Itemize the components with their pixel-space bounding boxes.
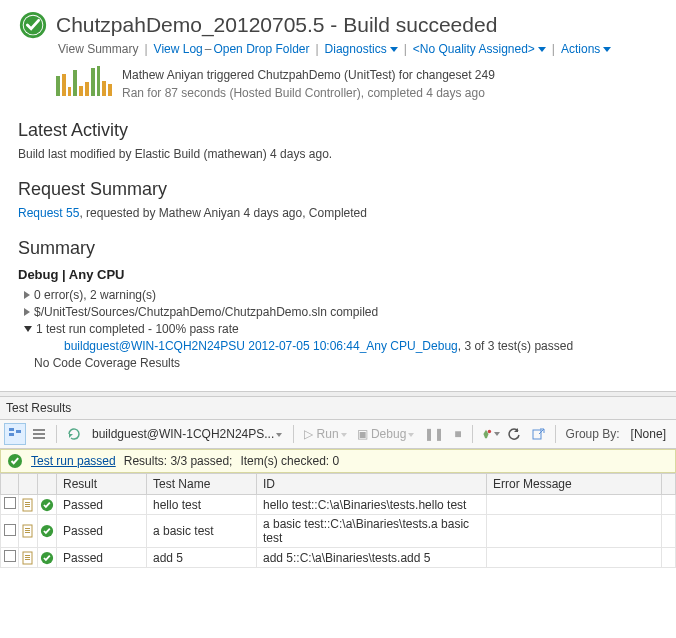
expand-icon [24, 308, 30, 316]
view-summary-text: View Summary [58, 42, 138, 56]
view-flat-button[interactable] [28, 423, 50, 445]
open-drop-folder-link[interactable]: Open Drop Folder [213, 42, 309, 56]
cell-result: Passed [57, 548, 147, 568]
row-checkbox[interactable] [4, 524, 16, 536]
status-success-icon [38, 515, 57, 548]
test-results-grid: Result Test Name ID Error Message Passed… [0, 473, 676, 568]
expand-icon [24, 291, 30, 299]
table-row[interactable]: Passedadd 5add 5::C:\a\Binaries\tests.ad… [1, 548, 676, 568]
test-results-panel-label: Test Results [0, 397, 676, 420]
group-by-selector[interactable]: [None] [626, 424, 671, 444]
col-result[interactable]: Result [57, 474, 147, 495]
status-success-icon [7, 453, 23, 469]
stop-button: ■ [450, 427, 465, 441]
svg-rect-4 [9, 433, 14, 436]
items-checked-text: Item(s) checked: 0 [240, 454, 339, 468]
svg-rect-5 [16, 430, 21, 433]
status-success-icon [38, 548, 57, 568]
row-checkbox[interactable] [4, 550, 16, 562]
request-rest-text: , requested by Mathew Aniyan 4 days ago,… [79, 206, 367, 220]
test-status-bar: Test run passed Results: 3/3 passed; Ite… [0, 449, 676, 473]
cell-id: add 5::C:\a\Binaries\tests.add 5 [257, 548, 487, 568]
diagnostics-dropdown[interactable]: Diagnostics [325, 42, 398, 56]
table-row[interactable]: Passedhello testhello test::C:\a\Binarie… [1, 495, 676, 515]
svg-rect-3 [9, 428, 14, 431]
svg-rect-23 [25, 555, 30, 556]
svg-rect-20 [25, 532, 30, 533]
test-results-toolbar: buildguest@WIN-1CQH2N24PS... ▷ Run ▣ Deb… [0, 420, 676, 449]
status-success-icon [18, 10, 48, 40]
pause-button: ❚❚ [420, 427, 448, 441]
col-error[interactable]: Error Message [487, 474, 662, 495]
debug-button: ▣ Debug [353, 427, 419, 441]
request-summary-heading: Request Summary [18, 179, 658, 200]
results-count-text: Results: 3/3 passed; [124, 454, 233, 468]
test-document-icon [19, 495, 38, 515]
svg-rect-18 [25, 528, 30, 529]
errors-row[interactable]: 0 error(s), 2 warning(s) [24, 288, 658, 302]
cell-error [487, 548, 662, 568]
cell-id: hello test::C:\a\Binaries\tests.hello te… [257, 495, 487, 515]
group-by-label: Group By: [562, 427, 624, 441]
svg-rect-19 [25, 530, 30, 531]
col-id[interactable]: ID [257, 474, 487, 495]
svg-rect-14 [25, 504, 30, 505]
compiled-row[interactable]: $/UnitTest/Sources/ChutzpahDemo/Chutzpah… [24, 305, 658, 319]
testrun-rest: , 3 of 3 test(s) passed [458, 339, 573, 353]
collapse-icon [24, 326, 32, 332]
refresh-button[interactable] [63, 423, 85, 445]
svg-rect-13 [25, 502, 30, 503]
run-button: ▷ Run [300, 427, 350, 441]
svg-rect-24 [25, 557, 30, 558]
view-log-link[interactable]: View Log [154, 42, 203, 56]
page-title: ChutzpahDemo_20120705.5 - Build succeede… [56, 13, 497, 37]
svg-rect-25 [25, 559, 30, 560]
cell-test-name: a basic test [147, 515, 257, 548]
request-link[interactable]: Request 55 [18, 206, 79, 220]
col-test-name[interactable]: Test Name [147, 474, 257, 495]
chevron-down-icon [390, 47, 398, 52]
cell-result: Passed [57, 515, 147, 548]
latest-activity-text: Build last modified by Elastic Build (ma… [18, 147, 658, 161]
quality-dropdown[interactable]: <No Quality Assigned> [413, 42, 546, 56]
coverage-row: No Code Coverage Results [34, 356, 658, 370]
svg-rect-6 [33, 429, 45, 431]
testrun-row[interactable]: 1 test run completed - 100% pass rate [24, 322, 658, 336]
build-config-text: Debug | Any CPU [18, 267, 658, 282]
cell-result: Passed [57, 495, 147, 515]
view-hierarchy-button[interactable] [4, 423, 26, 445]
row-checkbox[interactable] [4, 497, 16, 509]
svg-rect-10 [533, 430, 541, 439]
svg-point-9 [487, 430, 490, 433]
test-document-icon [19, 548, 38, 568]
svg-rect-7 [33, 433, 45, 435]
build-duration-text: Ran for 87 seconds (Hosted Build Control… [122, 84, 495, 102]
cell-error [487, 515, 662, 548]
svg-rect-8 [33, 437, 45, 439]
test-document-icon [19, 515, 38, 548]
cell-id: a basic test::C:\a\Binaries\tests.a basi… [257, 515, 487, 548]
svg-rect-15 [25, 506, 30, 507]
actions-dropdown[interactable]: Actions [561, 42, 611, 56]
summary-heading: Summary [18, 238, 658, 259]
testrun-link[interactable]: buildguest@WIN-1CQH2N24PSU 2012-07-05 10… [64, 339, 458, 353]
chevron-down-icon [538, 47, 546, 52]
status-success-icon [38, 495, 57, 515]
filter-button[interactable] [479, 423, 501, 445]
build-trigger-text: Mathew Aniyan triggered ChutzpahDemo (Un… [122, 66, 495, 84]
run-selector[interactable]: buildguest@WIN-1CQH2N24PS... [87, 424, 287, 444]
table-row[interactable]: Passeda basic testa basic test::C:\a\Bin… [1, 515, 676, 548]
cell-test-name: add 5 [147, 548, 257, 568]
build-history-chart [56, 66, 112, 96]
chevron-down-icon [603, 47, 611, 52]
export-button[interactable] [527, 423, 549, 445]
reset-button[interactable] [503, 423, 525, 445]
latest-activity-heading: Latest Activity [18, 120, 658, 141]
test-run-passed-link[interactable]: Test run passed [31, 454, 116, 468]
action-link-bar: View Summary | View Log – Open Drop Fold… [58, 42, 658, 56]
cell-test-name: hello test [147, 495, 257, 515]
cell-error [487, 495, 662, 515]
